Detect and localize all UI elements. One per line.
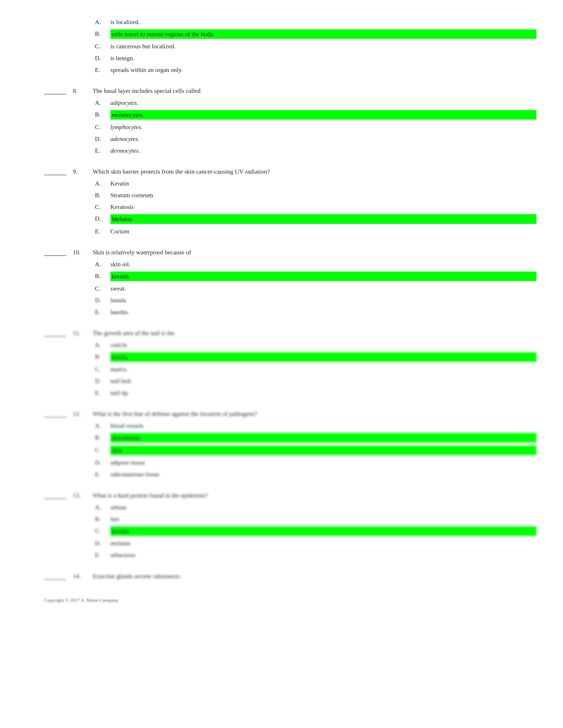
option-letter: C.: [95, 284, 110, 293]
option-text: adenocytes.: [110, 135, 537, 143]
question-header: 10. Skin is relatively waterproof becaus…: [44, 249, 537, 256]
option-text: fats: [110, 515, 537, 523]
question-number: 14.: [73, 573, 88, 580]
option-letter: D.: [95, 458, 110, 467]
option-letter: C.: [95, 526, 110, 535]
list-item: E. nail tip.: [95, 388, 537, 397]
option-text: cuticle.: [110, 341, 537, 349]
option-text-highlighted: Melanin: [110, 214, 537, 224]
option-text: Keratosis: [110, 203, 537, 211]
option-text: adipocytes.: [110, 98, 537, 107]
option-letter: E.: [95, 146, 110, 155]
question-9: 9. Which skin barrier protects from the …: [44, 168, 537, 236]
question-number: 11.: [73, 330, 88, 337]
option-letter: B.: [95, 272, 110, 280]
option-text: nail tip.: [110, 388, 537, 397]
question-header: 12. What is the first line of defense ag…: [44, 410, 537, 417]
option-letter: B.: [95, 29, 110, 38]
list-item: D. adipose tissue: [95, 458, 537, 467]
question-number: 9.: [73, 168, 88, 175]
list-item: A. sebum: [95, 503, 537, 512]
option-letter: A.: [95, 421, 110, 430]
list-item: B. lunula.: [95, 352, 537, 362]
option-text: sebaceous: [110, 551, 537, 559]
option-letter: D.: [95, 296, 110, 304]
option-letter: B.: [95, 515, 110, 523]
list-item: E. dermocytes.: [95, 146, 537, 155]
option-text-highlighted: skin/dermis: [110, 433, 537, 443]
option-letter: E.: [95, 308, 110, 316]
list-item: C. matrix.: [95, 365, 537, 373]
list-item: D. melanin: [95, 539, 537, 548]
option-letter: C.: [95, 365, 110, 373]
question-13: 13. What is a hard protein found in the …: [44, 492, 537, 559]
option-letter: A.: [95, 98, 110, 107]
option-text: is benign.: [110, 54, 537, 62]
question-continuation: A. is localized. B. cells travel to remo…: [44, 18, 537, 74]
option-text-highlighted: melanocytes.: [110, 110, 537, 120]
option-text: Keratin: [110, 179, 537, 188]
question-header: 11. The growth area of the nail is the: [44, 330, 537, 337]
option-letter: B.: [95, 110, 110, 119]
options-list: A. blood vessels B. skin/dermis C. skin …: [95, 421, 537, 479]
copyright-text: Copyright © 2017 A. Marie Company: [44, 597, 537, 603]
option-text: is cancerous but localized.: [110, 42, 537, 51]
list-item: C. is cancerous but localized.: [95, 42, 537, 51]
option-text: is localized.: [110, 18, 537, 26]
list-item: A. adipocytes.: [95, 98, 537, 107]
answer-blank: [44, 87, 66, 94]
option-text: sebum: [110, 503, 537, 512]
question-14: 14. Exocrine glands secrete substances.: [44, 573, 537, 580]
option-letter: D.: [95, 377, 110, 385]
list-item: A. skin oil.: [95, 260, 537, 268]
list-item: B. Stratum corneum: [95, 191, 537, 199]
options-list: A. is localized. B. cells travel to remo…: [95, 18, 537, 74]
option-letter: A.: [95, 179, 110, 188]
question-text: Which skin barrier protects from the ski…: [93, 168, 537, 175]
list-item: D. lunula.: [95, 296, 537, 304]
option-letter: E.: [95, 227, 110, 236]
option-text: adipose tissue: [110, 458, 537, 467]
list-item: E. sebaceous: [95, 551, 537, 559]
list-item: C. keratin: [95, 526, 537, 536]
option-text-highlighted: lunula.: [110, 352, 537, 362]
list-item: A. blood vessels: [95, 421, 537, 430]
question-8: 8. The basal layer includes special cell…: [44, 87, 537, 155]
option-letter: E.: [95, 470, 110, 478]
list-item: B. fats: [95, 515, 537, 523]
option-letter: D.: [95, 539, 110, 548]
list-item: D. adenocytes.: [95, 135, 537, 143]
option-letter: C.: [95, 203, 110, 211]
question-header: 13. What is a hard protein found in the …: [44, 492, 537, 499]
option-text-highlighted: keratin.: [110, 272, 537, 281]
question-header: 9. Which skin barrier protects from the …: [44, 168, 537, 175]
list-item: C. skin: [95, 446, 537, 455]
question-number: 12.: [73, 410, 88, 417]
option-letter: C.: [95, 123, 110, 131]
option-text: lunula.: [110, 296, 537, 304]
option-text: skin oil.: [110, 260, 537, 268]
option-text: Stratum corneum: [110, 191, 537, 199]
question-text: The basal layer includes special cells c…: [93, 87, 537, 94]
list-item: D. Melanin: [95, 214, 537, 224]
question-text: What is the first line of defense agains…: [93, 410, 537, 417]
list-item: E. lanolin.: [95, 308, 537, 316]
option-text-highlighted: keratin: [110, 526, 537, 536]
question-text: Skin is relatively waterproof because of: [93, 249, 537, 256]
options-list: A. Keratin B. Stratum corneum C. Keratos…: [95, 179, 537, 236]
option-letter: B.: [95, 433, 110, 442]
question-number: 13.: [73, 492, 88, 499]
option-letter: B.: [95, 352, 110, 361]
option-text: dermocytes.: [110, 146, 537, 155]
question-header: 8. The basal layer includes special cell…: [44, 87, 537, 94]
list-item: A. is localized.: [95, 18, 537, 26]
option-text: subcutaneous tissue: [110, 470, 537, 478]
options-list: A. skin oil. B. keratin. C. sweat. D. lu…: [95, 260, 537, 316]
option-letter: D.: [95, 214, 110, 223]
answer-blank: [44, 573, 66, 580]
answer-blank: [44, 492, 66, 499]
question-number: 8.: [73, 87, 88, 94]
answer-blank: [44, 410, 66, 417]
option-text-highlighted: cells travel to remote regions of the bo…: [110, 29, 537, 39]
list-item: E. Corium: [95, 227, 537, 236]
